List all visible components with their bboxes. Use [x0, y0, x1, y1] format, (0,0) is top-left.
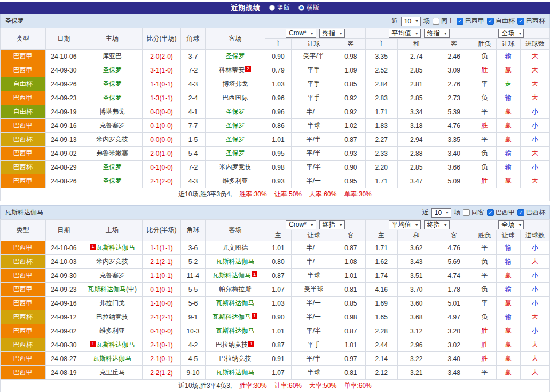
score-link[interactable]: 2-1(2-1) [150, 314, 173, 321]
home-team-link[interactable]: 克鲁塞罗 [99, 122, 125, 129]
home-team-link[interactable]: 米内罗竞技 [96, 258, 128, 265]
checkbox-icon[interactable] [463, 209, 470, 216]
stage-select[interactable]: 终指▼ [424, 220, 450, 229]
score-link[interactable]: 1-1(0-1) [150, 272, 173, 279]
result-handicap: 赢 [497, 297, 520, 310]
section-team-name[interactable]: 瓦斯科达伽马 [5, 208, 43, 217]
stage-select[interactable]: 终指▼ [319, 29, 345, 38]
radio-button-icon[interactable] [298, 5, 304, 11]
radio-horizontal-layout[interactable]: 横版 [298, 3, 319, 12]
away-team-link[interactable]: 瓦斯科达伽马1 [213, 313, 258, 321]
score-link[interactable]: 2-2(1-2) [150, 369, 173, 377]
scope-select[interactable]: 全场▼ [498, 29, 524, 38]
score-link[interactable]: 0-1(0-0) [150, 327, 173, 335]
home-team-link[interactable]: 弗拉门戈 [99, 299, 125, 307]
euro-away-odds: 3.20 [435, 324, 473, 338]
average-select[interactable]: 平均值▼ [389, 220, 421, 229]
filter-checkbox-巴西甲[interactable]: 巴西甲 [487, 208, 515, 217]
home-cell: 库亚巴 [82, 50, 143, 63]
bookmaker-select[interactable]: Crow*▼ [286, 29, 316, 38]
filter-checkbox-巴西甲[interactable]: 巴西甲 [457, 17, 484, 26]
checkbox-icon[interactable] [517, 18, 524, 25]
score-link[interactable]: 1-1(0-0) [150, 300, 173, 307]
home-team-link[interactable]: 克鲁塞罗 [99, 271, 125, 279]
away-team-link[interactable]: 瓦斯科达伽马 [216, 299, 254, 307]
score-link[interactable]: 0-0(0-0) [150, 108, 173, 116]
away-team-link[interactable]: 瓦斯科达伽马 [216, 258, 254, 265]
filter-checkbox-巴西杯[interactable]: 巴西杯 [517, 17, 545, 26]
result-handicap: 输 [497, 50, 520, 63]
section-team-name[interactable]: 圣保罗 [5, 17, 24, 26]
away-team-link[interactable]: 博塔弗戈 [222, 80, 248, 87]
checkbox-icon[interactable] [433, 18, 439, 25]
filter-checkbox-同客[interactable]: 同客 [463, 208, 484, 217]
away-team-link[interactable]: 维多利亚 [222, 177, 248, 185]
checkbox-icon[interactable] [517, 209, 524, 216]
home-team-link[interactable]: 克里丘马 [99, 369, 125, 376]
stage-select[interactable]: 终指▼ [319, 220, 345, 229]
away-team-link[interactable]: 米内罗竞技 [219, 163, 251, 171]
away-team-link[interactable]: 圣保罗 [225, 135, 245, 143]
stage-select[interactable]: 终指▼ [424, 29, 450, 38]
euro-away-odds: 2.46 [435, 50, 473, 63]
checkbox-icon[interactable] [487, 209, 494, 216]
score-link[interactable]: 2-1(2-1) [150, 258, 173, 266]
away-team-link[interactable]: 巴拉纳竞技1 [216, 341, 255, 348]
away-team-link[interactable]: 瓦斯科达伽马 [216, 327, 254, 334]
home-team-link[interactable]: 巴拉纳竞技 [96, 313, 128, 321]
radio-label-vertical[interactable]: 竖版 [277, 3, 290, 12]
score-link[interactable]: 3-1(1-0) [150, 67, 173, 74]
filter-checkbox-同主[interactable]: 同主 [433, 17, 454, 26]
home-team-link[interactable]: 瓦斯科达伽马(中) [88, 285, 137, 293]
home-team-link[interactable]: 圣保罗 [103, 177, 122, 185]
home-team-link[interactable]: 1瓦斯科达伽马 [89, 244, 135, 251]
home-team-link[interactable]: 圣保罗 [103, 66, 122, 74]
home-team-link[interactable]: 弗鲁米嫩塞 [96, 149, 128, 157]
score-link[interactable]: 0-0(0-0) [150, 136, 173, 143]
match-count-select[interactable]: 10▼ [431, 208, 451, 218]
score-link[interactable]: 1-1(0-1) [150, 81, 173, 88]
home-team-link[interactable]: 瓦斯科达伽马 [93, 355, 131, 362]
away-team-link[interactable]: 圣保罗 [225, 52, 245, 60]
home-team-link[interactable]: 库亚巴 [103, 52, 122, 60]
away-team-link[interactable]: 巴西国际 [222, 94, 248, 101]
home-team-link[interactable]: 圣保罗 [103, 94, 122, 101]
score-link[interactable]: 2-0(2-0) [150, 53, 173, 60]
radio-vertical-layout[interactable]: 竖版 [269, 3, 290, 12]
away-team-link[interactable]: 尤文图德 [222, 244, 248, 251]
away-team-link[interactable]: 瓦斯科达伽马1 [213, 271, 258, 279]
score-link[interactable]: 2-0(1-0) [150, 150, 173, 157]
away-team-link[interactable]: 圣保罗 [225, 122, 245, 129]
score-link[interactable]: 2-1(0-1) [150, 355, 173, 363]
score-link[interactable]: 0-1(0-0) [150, 122, 173, 130]
radio-button-icon[interactable] [269, 5, 275, 11]
match-count-select[interactable]: 10▼ [401, 17, 421, 26]
home-team-link[interactable]: 圣保罗 [103, 163, 122, 171]
checkbox-icon[interactable] [487, 18, 494, 25]
checkbox-icon[interactable] [457, 18, 463, 25]
average-select[interactable]: 平均值▼ [389, 29, 421, 38]
away-team-link[interactable]: 圣保罗 [225, 149, 245, 157]
score-link[interactable]: 0-1(0-1) [150, 286, 173, 293]
home-team-link[interactable]: 米内罗竞技 [96, 135, 128, 143]
radio-label-horizontal[interactable]: 横版 [307, 3, 319, 12]
away-team-link[interactable]: 帕尔梅拉斯 [219, 285, 251, 293]
score-link[interactable]: 1-1(1-1) [150, 244, 173, 252]
scope-select[interactable]: 全场▼ [498, 220, 524, 229]
home-team-link[interactable]: 维多利亚 [99, 327, 125, 334]
score-link[interactable]: 2-1(0-1) [150, 341, 173, 349]
away-team-link[interactable]: 巴拉纳竞技 [219, 355, 251, 362]
home-team-link[interactable]: 1瓦斯科达伽马 [89, 341, 135, 348]
home-team-link[interactable]: 博塔弗戈 [99, 108, 125, 115]
away-team-link[interactable]: 科林蒂安2 [219, 66, 252, 74]
score-link[interactable]: 0-1(0-0) [150, 164, 173, 171]
score-link[interactable]: 2-1(2-0) [150, 178, 173, 185]
score-link[interactable]: 1-3(1-1) [150, 94, 173, 102]
away-team-link[interactable]: 瓦斯科达伽马 [216, 369, 254, 376]
bookmaker-select[interactable]: Crow*▼ [286, 220, 316, 229]
home-team-link[interactable]: 圣保罗 [103, 80, 122, 87]
filter-checkbox-自由杯[interactable]: 自由杯 [487, 17, 515, 26]
filter-checkbox-巴西杯[interactable]: 巴西杯 [517, 208, 545, 217]
away-team-link[interactable]: 圣保罗 [225, 108, 245, 115]
date-cell: 24-08-26 [45, 174, 82, 188]
